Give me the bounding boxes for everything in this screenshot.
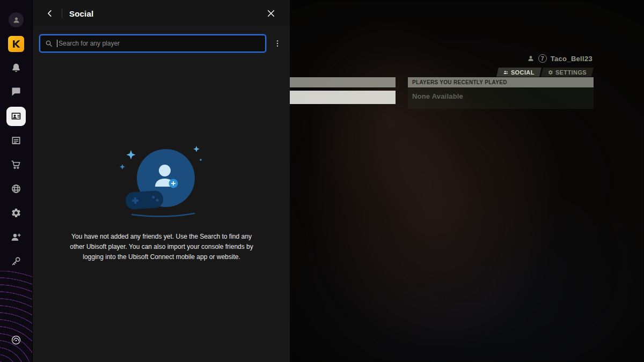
ubisoft-logo-icon	[11, 335, 21, 345]
sidebar-item-settings[interactable]	[6, 203, 26, 223]
game-tab-social-label: SOCIAL	[511, 69, 535, 76]
text-caret	[57, 40, 57, 47]
player-name: Taco_Bell23	[551, 55, 592, 63]
game-menu-bar-highlight	[290, 91, 396, 104]
sidebar-item-notifications[interactable]	[6, 58, 26, 78]
game-tab-settings-label: SETTINGS	[555, 69, 587, 76]
game-tab-social[interactable]: SOCIAL	[496, 68, 541, 77]
chat-icon	[11, 86, 21, 97]
gear-icon	[548, 70, 553, 75]
back-button[interactable]	[43, 7, 56, 20]
empty-state-text: You have not added any friends yet. Use …	[70, 232, 253, 263]
avatar-icon	[12, 16, 20, 24]
recently-played-header: PLAYERS YOU RECENTLY PLAYED	[408, 77, 594, 87]
game-tabs: SOCIAL SETTINGS	[497, 68, 592, 77]
panel-header: Social	[33, 0, 290, 27]
social-panel: Social	[32, 0, 290, 362]
empty-friends-state: You have not added any friends yet. Use …	[33, 141, 290, 263]
screen: 7 Taco_Bell23 SOCIAL SETTINGS PLAYERS YO…	[0, 0, 644, 362]
recently-played-header-label: PLAYERS YOU RECENTLY PLAYED	[412, 79, 507, 85]
key-icon	[11, 256, 21, 267]
social-icon	[11, 111, 21, 122]
search-icon	[45, 39, 53, 48]
recently-played-list: None Available	[408, 87, 594, 109]
notifications-bell-icon	[11, 63, 21, 73]
recently-played-empty-text: None Available	[408, 87, 594, 105]
search-box	[39, 34, 266, 53]
close-button[interactable]	[264, 6, 278, 20]
game-menu-bar	[290, 77, 396, 87]
close-icon	[266, 9, 276, 18]
search-row	[39, 34, 283, 53]
add-friend-icon	[11, 232, 21, 242]
people-icon	[503, 70, 509, 75]
sidebar-item-social[interactable]	[6, 107, 26, 126]
player-icon	[527, 55, 535, 62]
kebab-menu-icon	[273, 39, 282, 48]
sidebar-item-news[interactable]	[6, 131, 26, 150]
game-player-info: 7 Taco_Bell23	[527, 54, 592, 63]
no-friends-illustration	[111, 141, 213, 221]
sidebar-item-browser[interactable]	[6, 179, 26, 198]
sidebar-item-current-game[interactable]	[6, 34, 26, 54]
header-divider	[62, 9, 62, 18]
more-options-button[interactable]	[272, 36, 283, 50]
news-icon	[11, 135, 21, 146]
sidebar-item-chat[interactable]	[6, 82, 26, 101]
settings-gear-icon	[11, 208, 21, 218]
ubisoft-logo	[6, 330, 26, 350]
sidebar	[0, 0, 32, 362]
sidebar-item-store[interactable]	[6, 155, 26, 174]
game-tab-settings[interactable]: SETTINGS	[541, 68, 594, 77]
chevron-left-icon	[45, 9, 55, 18]
browser-globe-icon	[11, 183, 21, 194]
page-title: Social	[69, 9, 93, 18]
avatar	[9, 12, 24, 27]
search-input[interactable]	[39, 34, 266, 53]
sidebar-item-profile[interactable]	[6, 10, 26, 29]
player-level-badge: 7	[538, 54, 547, 63]
sidebar-item-activation-key[interactable]	[6, 252, 26, 271]
sidebar-item-add-friend[interactable]	[6, 227, 26, 247]
store-cart-icon	[11, 159, 21, 170]
game-tile-icon	[8, 36, 24, 52]
